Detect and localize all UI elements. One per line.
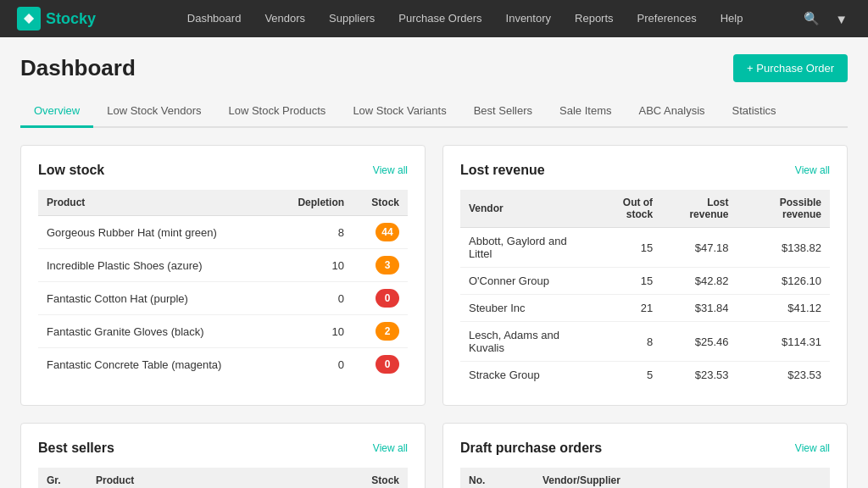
lost-revenue-value: $31.84 [661,295,737,322]
col-depletion: Depletion [275,190,353,216]
vendor-name: Abbott, Gaylord and Littel [460,228,591,268]
navbar: Stocky Dashboard Vendors Suppliers Purch… [0,0,868,37]
depletion-value: 0 [275,282,353,315]
best-sellers-view-all[interactable]: View all [373,442,408,454]
best-sellers-header: Best sellers View all [38,441,408,456]
col-vendor: Vendor [460,190,591,228]
out-of-stock-value: 21 [591,295,661,322]
tabs-bar: Overview Low Stock Vendors Low Stock Pro… [20,96,848,128]
col-possible-revenue: Possible revenue [737,190,830,228]
draft-orders-table: No. Vendor/Supplier #2277 Bins, O'Hara a… [460,468,830,488]
table-row: Gorgeous Rubber Hat (mint green) 8 44 [38,216,408,249]
stock-badge: 0 [353,348,408,381]
product-name: Incredible Plastic Shoes (azure) [38,249,275,282]
product-name: Fantastic Concrete Table (magenta) [38,348,275,381]
low-stock-table: Product Depletion Stock Gorgeous Rubber … [38,190,408,380]
product-name: Gorgeous Rubber Hat (mint green) [38,216,275,249]
nav-reports[interactable]: Reports [563,0,626,37]
out-of-stock-value: 15 [591,268,661,295]
vendor-name: O'Conner Group [460,268,591,295]
vendor-name: Steuber Inc [460,295,591,322]
low-stock-header: Low stock View all [38,163,408,178]
stock-badge: 44 [353,216,408,249]
lost-revenue-title: Lost revenue [460,163,545,178]
more-menu-button[interactable]: ▼ [832,8,851,30]
col-action [743,468,830,488]
out-of-stock-value: 8 [591,322,661,362]
low-stock-view-all[interactable]: View all [373,164,408,176]
nav-purchase-orders[interactable]: Purchase Orders [387,0,493,37]
out-of-stock-value: 15 [591,228,661,268]
vendor-name: Lesch, Adams and Kuvalis [460,322,591,362]
col-out-of-stock: Out of stock [591,190,661,228]
lost-revenue-card: Lost revenue View all Vendor Out of stoc… [442,145,848,406]
dashboard-grid: Low stock View all Product Depletion Sto… [20,145,848,488]
tab-low-stock-variants[interactable]: Low Stock Variants [339,96,459,128]
tab-statistics[interactable]: Statistics [719,96,790,128]
main-content: Dashboard + Purchase Order Overview Low … [0,37,868,488]
stock-badge: 0 [353,282,408,315]
depletion-value: 8 [275,216,353,249]
lost-revenue-view-all[interactable]: View all [795,164,830,176]
depletion-value: 10 [275,249,353,282]
lost-revenue-value: $25.46 [661,322,737,362]
col-stock-bs: Stock [346,468,408,488]
product-name: Fantastic Granite Gloves (black) [38,315,275,348]
col-stock: Stock [353,190,408,216]
table-row: Stracke Group 5 $23.53 $23.53 [460,362,830,389]
col-grade: Gr. [38,468,87,488]
table-row: Abbott, Gaylord and Littel 15 $47.18 $13… [460,228,830,268]
possible-revenue-value: $114.31 [737,322,830,362]
table-row: Steuber Inc 21 $31.84 $41.12 [460,295,830,322]
best-sellers-table: Gr. Product Stock A Sleek Concrete Chair… [38,468,408,488]
search-button[interactable]: 🔍 [800,8,823,30]
brand-name: Stocky [46,10,96,28]
table-row: Lesch, Adams and Kuvalis 8 $25.46 $114.3… [460,322,830,362]
table-row: Fantastic Cotton Hat (purple) 0 0 [38,282,408,315]
tab-abc-analysis[interactable]: ABC Analysis [625,96,718,128]
col-lost-revenue: Lost revenue [661,190,737,228]
best-sellers-title: Best sellers [38,441,114,456]
col-product: Product [38,190,275,216]
tab-low-stock-products[interactable]: Low Stock Products [214,96,339,128]
col-product-name: Product [87,468,346,488]
depletion-value: 0 [275,348,353,381]
stock-badge: 3 [353,249,408,282]
stock-badge: 2 [353,315,408,348]
tab-best-sellers[interactable]: Best Sellers [460,96,546,128]
table-row: Incredible Plastic Shoes (azure) 10 3 [38,249,408,282]
nav-preferences[interactable]: Preferences [626,0,709,37]
draft-orders-title: Draft purchase orders [460,441,602,456]
tab-low-stock-vendors[interactable]: Low Stock Vendors [93,96,214,128]
purchase-order-button[interactable]: + Purchase Order [733,54,848,82]
possible-revenue-value: $23.53 [737,362,830,389]
lost-revenue-value: $23.53 [661,362,737,389]
nav-help[interactable]: Help [709,0,755,37]
depletion-value: 10 [275,315,353,348]
low-stock-title: Low stock [38,163,104,178]
page-title: Dashboard [20,55,136,81]
lost-revenue-value: $42.82 [661,268,737,295]
tab-sale-items[interactable]: Sale Items [546,96,625,128]
brand-icon [17,7,41,30]
lost-revenue-header: Lost revenue View all [460,163,830,178]
possible-revenue-value: $138.82 [737,228,830,268]
draft-orders-view-all[interactable]: View all [795,442,830,454]
table-row: O'Conner Group 15 $42.82 $126.10 [460,268,830,295]
nav-links: Dashboard Vendors Suppliers Purchase Ord… [130,0,800,37]
best-sellers-card: Best sellers View all Gr. Product Stock … [20,423,426,488]
nav-inventory[interactable]: Inventory [494,0,563,37]
nav-icons: 🔍 ▼ [800,8,851,30]
low-stock-card: Low stock View all Product Depletion Sto… [20,145,426,406]
possible-revenue-value: $126.10 [737,268,830,295]
lost-revenue-value: $47.18 [661,228,737,268]
nav-suppliers[interactable]: Suppliers [317,0,387,37]
draft-orders-card: Draft purchase orders View all No. Vendo… [442,423,848,488]
tab-overview[interactable]: Overview [20,96,93,128]
page-header: Dashboard + Purchase Order [20,54,848,82]
brand: Stocky [17,7,96,30]
draft-orders-header: Draft purchase orders View all [460,441,830,456]
out-of-stock-value: 5 [591,362,661,389]
nav-dashboard[interactable]: Dashboard [175,0,253,37]
nav-vendors[interactable]: Vendors [253,0,317,37]
